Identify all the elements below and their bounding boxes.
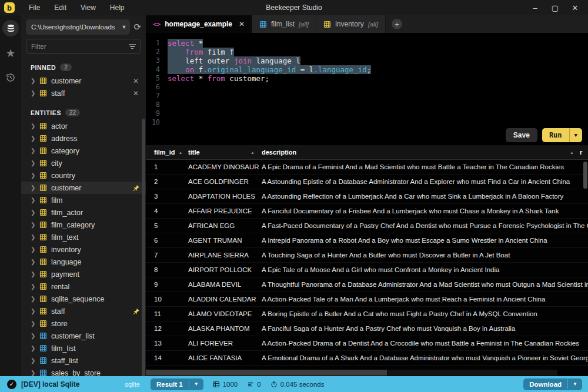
minimize-button[interactable]: – <box>527 1 543 14</box>
chevron-right-icon[interactable]: ❯ <box>31 259 35 265</box>
table-row[interactable]: 5AFRICAN EGGA Fast-Paced Documentary of … <box>146 219 588 233</box>
cell-film-id[interactable]: 7 <box>146 252 187 259</box>
table-row[interactable]: 7AIRPLANE SIERRAA Touching Saga of a Hun… <box>146 248 588 263</box>
entity-item-customer_list[interactable]: ❯customer_list <box>21 330 146 342</box>
close-button[interactable]: ✕ <box>567 1 583 14</box>
sidebar-scrollbar[interactable] <box>142 119 145 376</box>
code-line-9[interactable] <box>168 109 588 118</box>
menu-help[interactable]: Help <box>104 2 131 14</box>
cell-title[interactable]: AIRPORT POLLOCK <box>187 266 260 273</box>
code-line-8[interactable] <box>168 100 588 109</box>
database-tab-icon[interactable] <box>2 20 19 36</box>
cell-description[interactable]: A Thoughtful Panorama of a Database Admi… <box>260 281 588 288</box>
cell-film-id[interactable]: 5 <box>146 222 187 229</box>
cell-description[interactable]: A Epic Tale of a Moose And a Girl who mu… <box>260 266 588 273</box>
cell-film-id[interactable]: 6 <box>146 237 187 244</box>
chevron-right-icon[interactable]: ❯ <box>31 78 35 84</box>
cell-film-id[interactable]: 3 <box>146 193 187 200</box>
table-row[interactable]: 3ADAPTATION HOLESA Astounding Reflection… <box>146 189 588 204</box>
table-row[interactable]: 13ALI FOREVERA Action-Packed Drama of a … <box>146 336 588 351</box>
chevron-right-icon[interactable]: ❯ <box>31 135 35 142</box>
code-line-4[interactable]: on f.original_language_id = l.language_i… <box>168 65 588 74</box>
chevron-right-icon[interactable]: ❯ <box>31 160 35 166</box>
cell-film-id[interactable]: 8 <box>146 266 187 273</box>
run-options-caret-icon[interactable]: ▼ <box>569 128 582 142</box>
entity-item-rental[interactable]: ❯rental <box>21 280 146 293</box>
entity-item-language[interactable]: ❯language <box>21 256 146 268</box>
tab-inventory[interactable]: inventory[all] <box>316 15 386 33</box>
result-selector-button[interactable]: Result 1 ▼ <box>151 378 203 390</box>
table-row[interactable]: 10ALADDIN CALENDARA Action-Packed Tale o… <box>146 292 588 307</box>
column-header-partial[interactable]: r <box>580 145 588 159</box>
chevron-right-icon[interactable]: ❯ <box>31 320 35 327</box>
table-row[interactable]: 14ALICE FANTASIAA Emotional Drama of a A… <box>146 351 588 366</box>
column-header-film-id[interactable]: film_id▲ <box>146 145 187 159</box>
history-tab-icon[interactable] <box>2 69 19 86</box>
cell-description[interactable]: A Fast-Paced Documentary of a Pastry Che… <box>260 222 588 229</box>
cell-title[interactable]: ADAPTATION HOLES <box>187 193 260 200</box>
cell-description[interactable]: A Epic Drama of a Feminist And a Mad Sci… <box>260 163 588 170</box>
cell-film-id[interactable]: 13 <box>146 340 187 347</box>
entity-item-film_category[interactable]: ❯film_category <box>21 219 146 231</box>
entity-item-film_actor[interactable]: ❯film_actor <box>21 206 146 219</box>
entity-item-store[interactable]: ❯store <box>21 317 146 330</box>
pinned-item-staff[interactable]: ❯staff✕ <box>21 87 146 99</box>
code-line-10[interactable] <box>168 118 588 127</box>
pin-icon[interactable] <box>133 185 140 192</box>
cell-title[interactable]: ALI FOREVER <box>187 340 260 347</box>
menu-file[interactable]: File <box>23 2 46 14</box>
cell-film-id[interactable]: 12 <box>146 325 187 332</box>
code-line-7[interactable] <box>168 92 588 100</box>
cell-description[interactable]: A Astounding Reflection of a Lumberjack … <box>260 193 588 200</box>
entity-item-address[interactable]: ❯address <box>21 132 146 145</box>
entity-item-inventory[interactable]: ❯inventory <box>21 243 146 256</box>
cell-film-id[interactable]: 2 <box>146 178 187 185</box>
entity-item-city[interactable]: ❯city <box>21 157 146 169</box>
chevron-right-icon[interactable]: ❯ <box>31 357 35 364</box>
chevron-right-icon[interactable]: ❯ <box>31 234 35 240</box>
close-tab-icon[interactable]: ✕ <box>239 20 245 28</box>
cell-film-id[interactable]: 9 <box>146 281 187 288</box>
chevron-right-icon[interactable]: ❯ <box>31 271 35 277</box>
entity-item-sales_by_store[interactable]: ❯sales_by_store <box>21 367 146 376</box>
tab-film_list[interactable]: film_list[all] <box>252 15 316 33</box>
chevron-right-icon[interactable]: ❯ <box>31 90 35 96</box>
cell-title[interactable]: ALADDIN CALENDAR <box>187 296 260 303</box>
code-line-5[interactable]: select * from customer; <box>168 74 588 83</box>
cell-title[interactable]: ALICE FANTASIA <box>187 354 260 361</box>
cell-description[interactable]: A Emotional Drama of a A Shark And a Dat… <box>260 354 588 361</box>
chevron-right-icon[interactable]: ❯ <box>31 123 35 129</box>
table-row[interactable]: 15ALIEN CENTERA Brilliant Drama of a Cat… <box>146 366 588 370</box>
code-line-3[interactable]: left outer join language l <box>168 56 588 65</box>
table-row[interactable]: 1ACADEMY DINOSAURA Epic Drama of a Femin… <box>146 160 588 175</box>
unpin-icon[interactable]: ✕ <box>132 77 140 85</box>
cell-description[interactable]: A Action-Packed Drama of a Dentist And a… <box>260 340 588 347</box>
cell-title[interactable]: ALASKA PHANTOM <box>187 325 260 332</box>
editor-code[interactable]: select * from film f left outer join lan… <box>163 39 588 127</box>
cell-title[interactable]: AFRICAN EGG <box>187 222 260 229</box>
sql-editor[interactable]: 12345678910 select * from film f left ou… <box>146 33 588 145</box>
chevron-right-icon[interactable]: ❯ <box>31 308 35 314</box>
menu-edit[interactable]: Edit <box>48 2 72 14</box>
run-button[interactable]: Run ▼ <box>542 128 582 142</box>
table-row[interactable]: 11ALAMO VIDEOTAPEA Boring Epistle of a B… <box>146 307 588 321</box>
cell-description[interactable]: A Fanciful Documentary of a Frisbee And … <box>260 207 588 215</box>
cell-film-id[interactable]: 1 <box>146 163 187 170</box>
table-row[interactable]: 12ALASKA PHANTOMA Fanciful Saga of a Hun… <box>146 321 588 336</box>
entity-item-country[interactable]: ❯country <box>21 169 146 182</box>
entity-item-film[interactable]: ❯film <box>21 194 146 206</box>
table-row[interactable]: 6AGENT TRUMANA Intrepid Panorama of a Ro… <box>146 233 588 248</box>
entity-item-sqlite_sequence[interactable]: ❯sqlite_sequence <box>21 293 146 305</box>
unpin-icon[interactable]: ✕ <box>132 89 140 98</box>
new-tab-button[interactable]: + <box>392 19 402 29</box>
horizontal-scrollbar-thumb[interactable] <box>146 370 387 376</box>
cell-description[interactable]: A Fanciful Saga of a Hunter And a Pastry… <box>260 325 588 332</box>
chevron-right-icon[interactable]: ❯ <box>31 246 35 253</box>
chevron-right-icon[interactable]: ❯ <box>31 172 35 179</box>
refresh-icon[interactable]: ⟳ <box>133 22 141 32</box>
cell-title[interactable]: ACE GOLDFINGER <box>187 178 260 185</box>
entity-filter[interactable] <box>26 39 141 54</box>
menu-view[interactable]: View <box>75 2 102 14</box>
cell-title[interactable]: ACADEMY DINOSAUR <box>187 163 260 170</box>
cell-description[interactable]: A Touching Saga of a Hunter And a Butler… <box>260 252 588 259</box>
